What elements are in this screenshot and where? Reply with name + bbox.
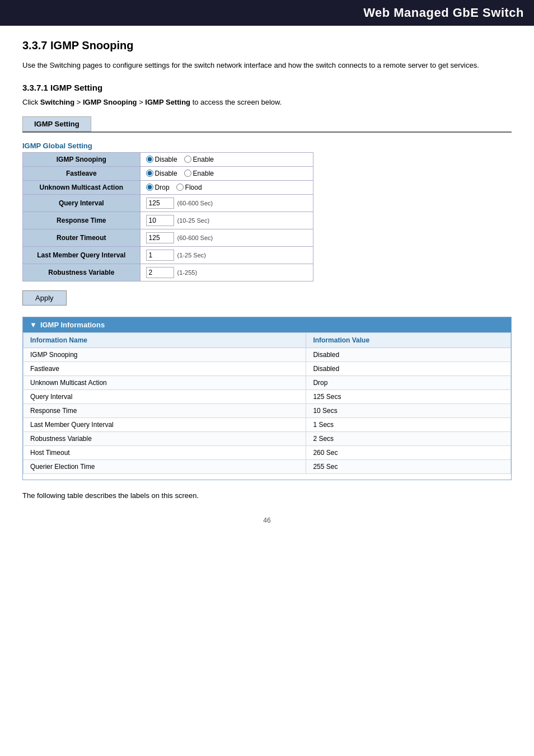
info-name: IGMP Snooping [24, 348, 306, 361]
table-row: Router Timeout (60-600 Sec) [23, 229, 313, 246]
robustness-variable-hint: (1-255) [177, 269, 197, 276]
field-value[interactable]: (60-600 Sec) [140, 194, 313, 212]
flood-radio-label[interactable]: Flood [176, 184, 202, 191]
disable-radio-label[interactable]: Disable [146, 156, 177, 163]
list-item: Host Timeout 260 Sec [24, 445, 511, 459]
info-name: Host Timeout [24, 445, 306, 459]
field-label: Last Member Query Interval [23, 246, 140, 264]
info-value: 255 Sec [306, 459, 511, 473]
field-value[interactable]: (10-25 Sec) [140, 212, 313, 229]
info-table: Information Name Information Value IGMP … [23, 332, 511, 474]
list-item: Response Time 10 Secs [24, 403, 511, 417]
igmp-snooping-enable-radio[interactable] [184, 156, 191, 163]
list-item: Last Member Query Interval 1 Secs [24, 417, 511, 431]
footer-text: The following table describes the labels… [22, 491, 512, 500]
fastleave-enable-radio[interactable] [184, 170, 191, 177]
page-number: 46 [22, 516, 512, 524]
click-instruction: Click Switching > IGMP Snooping > IGMP S… [22, 98, 512, 106]
field-value[interactable]: Disable Enable [140, 152, 313, 166]
info-name: Unknown Multicast Action [24, 375, 306, 389]
list-item: Fastleave Disabled [24, 361, 511, 375]
field-label: Query Interval [23, 194, 140, 212]
query-interval-hint: (60-600 Sec) [177, 200, 213, 206]
info-name: Querier Election Time [24, 459, 306, 473]
info-table-header-row: Information Name Information Value [24, 332, 511, 348]
info-value: 125 Secs [306, 389, 511, 403]
list-item: Unknown Multicast Action Drop [24, 375, 511, 389]
info-name: Response Time [24, 403, 306, 417]
field-label: Robustness Variable [23, 264, 140, 281]
info-value: 2 Secs [306, 431, 511, 445]
info-name: Query Interval [24, 389, 306, 403]
info-name: Fastleave [24, 361, 306, 375]
field-label: Response Time [23, 212, 140, 229]
field-label: Fastleave [23, 166, 140, 180]
col-info-value: Information Value [306, 332, 511, 348]
section-description: Use the Switching pages to configure set… [22, 60, 512, 72]
arrow-icon: ▼ [30, 321, 37, 329]
response-time-hint: (10-25 Sec) [177, 217, 209, 224]
field-label: Unknown Multicast Action [23, 180, 140, 194]
apply-button[interactable]: Apply [22, 290, 67, 306]
global-setting-label: IGMP Global Setting [22, 142, 512, 150]
info-name: Robustness Variable [24, 431, 306, 445]
table-row: Response Time (10-25 Sec) [23, 212, 313, 229]
drop-radio[interactable] [146, 184, 153, 191]
table-row: Fastleave Disable Enable [23, 166, 313, 180]
info-panel-title: IGMP Informations [40, 321, 105, 329]
drop-radio-label[interactable]: Drop [146, 184, 170, 191]
router-timeout-input[interactable] [146, 232, 174, 243]
subsection-title: 3.3.7.1 IGMP Setting [22, 83, 512, 92]
igmp-setting-tab[interactable]: IGMP Setting [22, 116, 91, 132]
table-row: IGMP Snooping Disable Enable [23, 152, 313, 166]
fastleave-disable-label[interactable]: Disable [146, 170, 177, 177]
table-row: Robustness Variable (1-255) [23, 264, 313, 281]
info-value: 260 Sec [306, 445, 511, 459]
table-row: Unknown Multicast Action Drop Flood [23, 180, 313, 194]
info-value: Disabled [306, 361, 511, 375]
header-banner: Web Managed GbE Switch [0, 0, 534, 26]
info-name: Last Member Query Interval [24, 417, 306, 431]
router-timeout-hint: (60-600 Sec) [177, 234, 213, 241]
field-label: Router Timeout [23, 229, 140, 246]
list-item: Querier Election Time 255 Sec [24, 459, 511, 473]
last-member-query-input[interactable] [146, 250, 174, 261]
list-item: Robustness Variable 2 Secs [24, 431, 511, 445]
igmp-informations-panel: ▼ IGMP Informations Information Name Inf… [22, 317, 512, 480]
list-item: Query Interval 125 Secs [24, 389, 511, 403]
field-value[interactable]: (1-255) [140, 264, 313, 281]
field-value[interactable]: Disable Enable [140, 166, 313, 180]
flood-radio[interactable] [176, 184, 184, 191]
info-value: Disabled [306, 348, 511, 361]
field-value[interactable]: Drop Flood [140, 180, 313, 194]
col-info-name: Information Name [24, 332, 306, 348]
enable-radio-label[interactable]: Enable [184, 156, 214, 163]
info-value: Drop [306, 375, 511, 389]
info-panel-header: ▼ IGMP Informations [23, 317, 511, 332]
section-title: 3.3.7 IGMP Snooping [22, 39, 512, 52]
fastleave-disable-radio[interactable] [146, 170, 153, 177]
list-item: IGMP Snooping Disabled [24, 348, 511, 361]
table-row: Last Member Query Interval (1-25 Sec) [23, 246, 313, 264]
field-value[interactable]: (60-600 Sec) [140, 229, 313, 246]
igmp-snooping-disable-radio[interactable] [146, 156, 153, 163]
response-time-input[interactable] [146, 215, 174, 226]
field-value[interactable]: (1-25 Sec) [140, 246, 313, 264]
table-row: Query Interval (60-600 Sec) [23, 194, 313, 212]
fastleave-enable-label[interactable]: Enable [184, 170, 214, 177]
igmp-settings-table: IGMP Snooping Disable Enable Fastleave [22, 152, 313, 281]
field-label: IGMP Snooping [23, 152, 140, 166]
query-interval-input[interactable] [146, 198, 174, 209]
info-value: 10 Secs [306, 403, 511, 417]
last-member-query-hint: (1-25 Sec) [177, 252, 206, 259]
info-value: 1 Secs [306, 417, 511, 431]
robustness-variable-input[interactable] [146, 267, 174, 278]
